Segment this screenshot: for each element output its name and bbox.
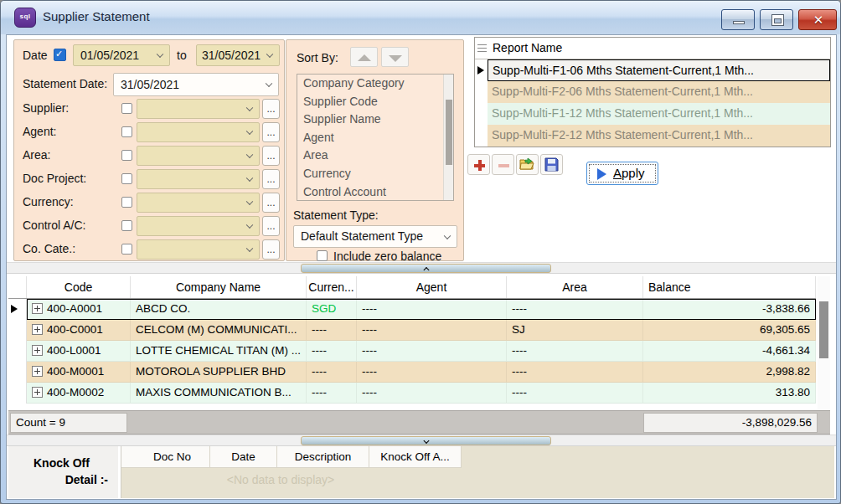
grid-options-cell[interactable] bbox=[8, 276, 27, 298]
table-row[interactable]: 400-L0001LOTTE CHEMICAL TITAN (M) ...---… bbox=[8, 341, 816, 362]
row-indicator bbox=[8, 341, 27, 362]
sort-item[interactable]: Supplier Name bbox=[297, 111, 443, 129]
filter-checkbox[interactable] bbox=[121, 244, 132, 255]
column-header-curren[interactable]: Curren... bbox=[307, 276, 357, 298]
ellipsis-button[interactable]: ... bbox=[262, 169, 280, 189]
open-report-button[interactable] bbox=[516, 154, 539, 175]
collapse-up-handle[interactable] bbox=[301, 264, 551, 273]
filter-checkbox[interactable] bbox=[121, 126, 132, 137]
statement-date-dropdown[interactable]: 31/05/2021 bbox=[113, 73, 279, 96]
expand-icon[interactable] bbox=[32, 366, 43, 377]
add-report-button[interactable] bbox=[467, 154, 490, 175]
sort-by-label: Sort By: bbox=[297, 51, 338, 64]
sort-item[interactable]: Area bbox=[297, 147, 443, 165]
column-header-area[interactable]: Area bbox=[507, 276, 643, 298]
filter-dropdown[interactable] bbox=[137, 146, 260, 166]
grid-options-cell[interactable] bbox=[121, 446, 135, 468]
chevron-down-icon bbox=[444, 232, 451, 239]
report-row[interactable]: Supp-Multi-F1-12 Mths Statement-Current,… bbox=[475, 103, 830, 125]
table-row[interactable]: 400-A0001ABCD CO.SGD---------3,838.66 bbox=[8, 299, 816, 320]
filter-row: Doc Project:... bbox=[14, 169, 284, 189]
table-row[interactable]: 400-M0002MAXIS COMMUNICATION B...-------… bbox=[8, 383, 816, 404]
chevron-down-icon bbox=[246, 127, 253, 134]
save-report-button[interactable] bbox=[540, 154, 563, 175]
column-header-agent[interactable]: Agent bbox=[357, 276, 507, 298]
scrollbar-thumb[interactable] bbox=[819, 301, 828, 358]
knock-off-detail-label: Knock Off Detail :- bbox=[8, 446, 118, 498]
ellipsis-button[interactable]: ... bbox=[262, 193, 280, 213]
expand-icon[interactable] bbox=[32, 387, 43, 398]
report-name-column-header[interactable]: Report Name bbox=[488, 38, 562, 59]
ellipsis-button[interactable]: ... bbox=[262, 216, 280, 236]
grid-rows: 400-A0001ABCD CO.SGD---------3,838.66400… bbox=[8, 299, 816, 404]
filter-dropdown[interactable] bbox=[137, 216, 260, 236]
sort-list-scrollbar[interactable] bbox=[443, 75, 453, 200]
report-grid-header[interactable]: Report Name bbox=[475, 38, 830, 59]
sort-item[interactable]: Agent bbox=[297, 129, 443, 147]
ellipsis-button[interactable]: ... bbox=[262, 99, 280, 119]
ko-column-header-description[interactable]: Description bbox=[277, 446, 369, 468]
chevron-down-icon bbox=[246, 198, 253, 204]
filter-checkbox[interactable] bbox=[121, 197, 132, 208]
collapse-down-handle[interactable] bbox=[301, 436, 551, 445]
currency-cell: ---- bbox=[307, 341, 357, 362]
filter-label: Agent: bbox=[23, 125, 56, 138]
grid-vertical-scrollbar[interactable] bbox=[818, 276, 830, 410]
sort-item[interactable]: Control Account bbox=[297, 183, 443, 201]
sort-item[interactable]: Supplier Code bbox=[297, 93, 443, 111]
balance-cell: 69,305.65 bbox=[643, 320, 816, 341]
filter-dropdown[interactable] bbox=[137, 193, 260, 213]
filter-checkbox[interactable] bbox=[121, 150, 132, 161]
open-folder-icon bbox=[519, 157, 535, 172]
ko-column-header-docno[interactable]: Doc No bbox=[135, 446, 210, 468]
ko-column-header-knockoffa[interactable]: Knock Off A... bbox=[369, 446, 462, 468]
table-row[interactable]: 400-C0001CELCOM (M) COMMUNICATI...------… bbox=[8, 320, 816, 341]
include-zero-balance-checkbox[interactable] bbox=[317, 250, 328, 261]
close-icon: ✕ bbox=[811, 13, 826, 27]
sort-move-up-button[interactable] bbox=[350, 47, 378, 67]
row-indicator bbox=[475, 59, 488, 81]
ellipsis-button[interactable]: ... bbox=[262, 146, 280, 166]
filter-dropdown[interactable] bbox=[137, 122, 260, 142]
report-row[interactable]: Supp-Multi-F1-06 Mths Statement-Current,… bbox=[475, 59, 830, 81]
filter-dropdown[interactable] bbox=[137, 239, 260, 260]
table-row[interactable]: 400-M0001MOTOROLA SUPPLIER BHD----------… bbox=[8, 362, 816, 383]
sort-item[interactable]: Currency bbox=[297, 165, 443, 183]
date-from-dropdown[interactable]: 01/05/2021 bbox=[73, 44, 170, 66]
date-to-dropdown[interactable]: 31/05/2021 bbox=[196, 44, 280, 66]
column-header-code[interactable]: Code bbox=[27, 276, 131, 298]
filter-checkbox[interactable] bbox=[121, 173, 132, 184]
scrollbar-thumb[interactable] bbox=[446, 100, 452, 165]
chevron-down-icon bbox=[246, 151, 253, 157]
grid-options-icon[interactable] bbox=[477, 44, 487, 52]
column-header-balance[interactable]: Balance bbox=[643, 276, 816, 298]
filter-row: Supplier:... bbox=[14, 99, 284, 119]
ellipsis-button[interactable]: ... bbox=[262, 239, 280, 260]
report-row[interactable]: Supp-Multi-F2-12 Mths Statement-Current,… bbox=[475, 125, 830, 147]
sort-item[interactable]: Company Category bbox=[297, 75, 443, 93]
statement-type-dropdown[interactable]: Default Statement Type bbox=[293, 225, 457, 248]
chevron-up-icon bbox=[423, 266, 429, 272]
arrow-down-icon bbox=[389, 55, 402, 62]
filter-dropdown[interactable] bbox=[137, 99, 260, 119]
close-button[interactable]: ✕ bbox=[798, 9, 837, 30]
filter-dropdown[interactable] bbox=[137, 169, 260, 189]
ko-column-header-date[interactable]: Date bbox=[210, 446, 277, 468]
expand-icon[interactable] bbox=[32, 345, 43, 356]
date-checkbox[interactable] bbox=[54, 49, 66, 61]
report-row[interactable]: Supp-Multi-F2-06 Mths Statement-Current,… bbox=[475, 81, 830, 103]
filter-checkbox[interactable] bbox=[121, 103, 132, 114]
row-indicator bbox=[8, 383, 27, 404]
horizontal-splitter-top bbox=[7, 262, 836, 274]
expand-icon[interactable] bbox=[32, 303, 43, 314]
sort-move-down-button[interactable] bbox=[381, 47, 409, 67]
minimize-button[interactable] bbox=[721, 9, 755, 30]
column-header-companyname[interactable]: Company Name bbox=[131, 276, 307, 298]
apply-button[interactable]: Apply bbox=[586, 162, 658, 185]
ellipsis-button[interactable]: ... bbox=[262, 122, 280, 142]
maximize-button[interactable] bbox=[760, 9, 793, 30]
statement-type-label: Statement Type: bbox=[293, 208, 379, 222]
delete-report-button[interactable] bbox=[492, 154, 514, 175]
filter-checkbox[interactable] bbox=[121, 220, 132, 231]
expand-icon[interactable] bbox=[32, 324, 43, 335]
